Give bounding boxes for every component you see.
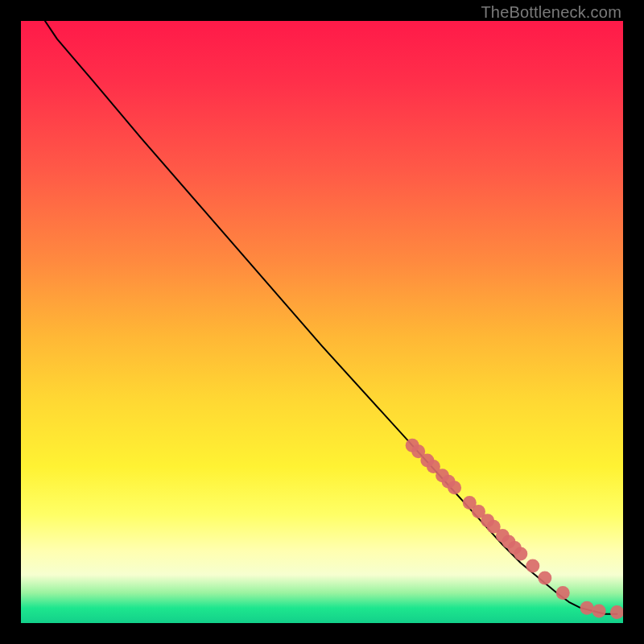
- data-point: [610, 605, 623, 619]
- curve-line: [45, 21, 617, 614]
- scatter-points: [406, 439, 623, 619]
- data-point: [592, 605, 606, 618]
- chart-overlay: [21, 21, 623, 623]
- data-point: [526, 559, 539, 572]
- curve-path: [45, 21, 617, 614]
- data-point: [448, 481, 461, 494]
- data-point: [514, 547, 527, 561]
- data-point: [538, 571, 551, 584]
- chart-frame: TheBottleneck.com: [0, 0, 644, 644]
- data-point: [556, 586, 570, 600]
- plot-area: [21, 21, 623, 623]
- data-point: [580, 601, 594, 615]
- watermark-text: TheBottleneck.com: [481, 3, 621, 22]
